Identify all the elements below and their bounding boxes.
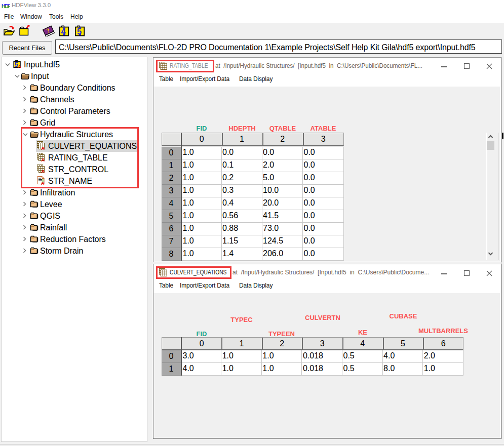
svg-text:A: A bbox=[18, 64, 21, 68]
svg-text:HDF: HDF bbox=[2, 3, 10, 9]
svg-text:4: 4 bbox=[61, 27, 66, 36]
svg-text:5: 5 bbox=[77, 27, 82, 36]
